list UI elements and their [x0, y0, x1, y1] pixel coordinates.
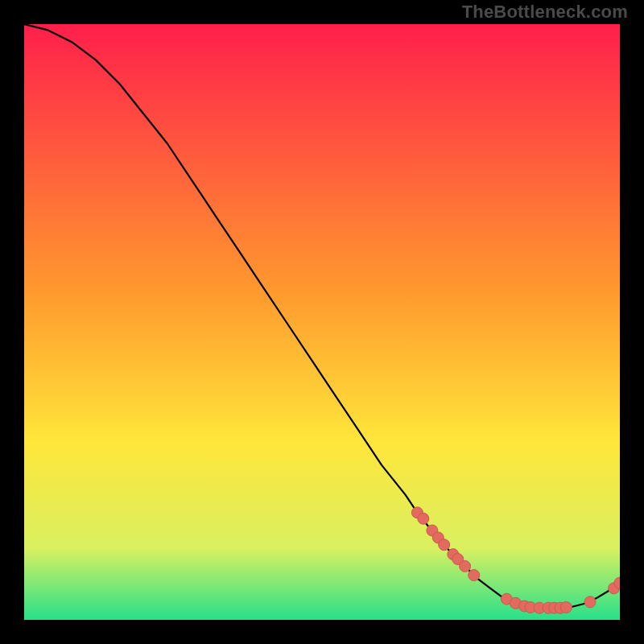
- data-point: [469, 570, 480, 581]
- data-point: [460, 560, 471, 572]
- watermark-label: TheBottleneck.com: [462, 2, 628, 23]
- data-point: [560, 601, 572, 613]
- gradient-background: [24, 24, 620, 620]
- chart-svg: [24, 24, 620, 620]
- plot-area: [24, 24, 620, 620]
- data-point: [584, 597, 596, 608]
- chart-stage: TheBottleneck.com: [0, 0, 644, 644]
- data-point: [439, 539, 450, 551]
- data-point: [418, 513, 429, 524]
